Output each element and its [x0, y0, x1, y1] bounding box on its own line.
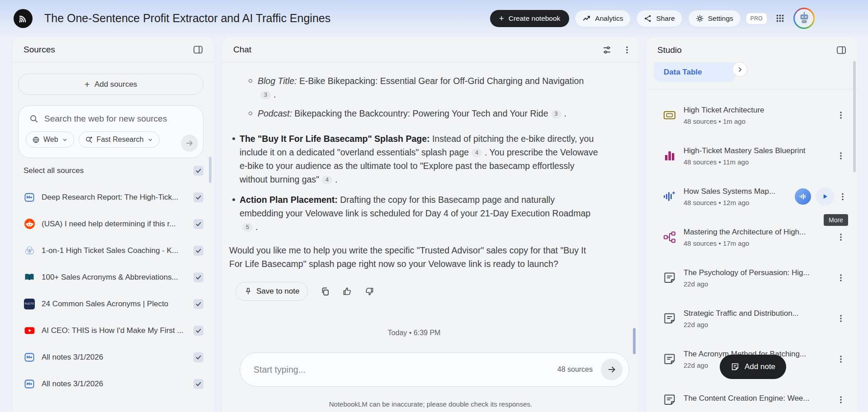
research-mode-chip[interactable]: Fast Research [79, 131, 160, 148]
avatar[interactable] [793, 8, 815, 29]
studio-row[interactable]: High Ticket Architecture48 sources • 1m … [646, 95, 857, 136]
studio-row[interactable]: Strategic Traffic and Distribution...22d… [646, 298, 857, 339]
add-sources-button[interactable]: + Add sources [18, 74, 203, 95]
copy-icon[interactable] [320, 286, 330, 296]
create-notebook-button[interactable]: + Create notebook [490, 10, 570, 27]
chat-bullet-list: The "Buy It For Life Basecamp" Splash Pa… [240, 132, 599, 234]
source-checkbox[interactable] [193, 272, 203, 282]
artifact-title: The Content Creation Engine: Wee... [684, 394, 826, 403]
apps-grid-icon[interactable] [776, 14, 784, 23]
studio-row[interactable]: The Content Creation Engine: Wee... [646, 379, 857, 412]
settings-button[interactable]: Settings [688, 10, 741, 27]
sources-panel-title: Sources [24, 45, 55, 55]
row-hover-actions [795, 187, 846, 206]
row-menu-icon[interactable] [837, 313, 844, 324]
source-checkbox[interactable] [193, 192, 203, 202]
citation-badge[interactable]: 4 [472, 149, 482, 157]
thumbs-up-icon[interactable] [342, 286, 352, 296]
more-tooltip: More [824, 214, 848, 226]
source-checkbox[interactable] [193, 352, 203, 362]
sources-scrollbar[interactable] [209, 157, 212, 183]
source-row[interactable]: All notes 3/1/2026 [13, 344, 214, 370]
add-note-button[interactable]: Add note [720, 355, 786, 379]
web-filter-chip[interactable]: Web [26, 131, 74, 148]
source-checkbox[interactable] [193, 299, 203, 309]
chat-bullet: The "Buy It For Life Basecamp" Splash Pa… [240, 132, 599, 186]
search-input[interactable]: Search the web for new sources [26, 112, 198, 125]
flashcards-icon [663, 108, 676, 122]
source-row[interactable]: PLECTO 24 Common Sales Acronyms | Plecto [13, 290, 214, 317]
artifact-meta: 48 sources • 17m ago [684, 239, 826, 247]
thumbs-down-icon[interactable] [364, 286, 374, 296]
citation-badge[interactable]: 4 [322, 176, 332, 184]
chevron-down-icon [147, 137, 153, 143]
source-row[interactable]: (USA) I need help determining if this r.… [13, 211, 214, 237]
source-row[interactable]: 100+ Sales Acronyms & Abbreviations... [13, 264, 214, 290]
row-menu-icon[interactable] [837, 150, 844, 162]
artifact-title: Strategic Traffic and Distribution... [684, 309, 826, 318]
chat-scrollbar[interactable] [633, 328, 636, 354]
source-row[interactable]: Deep Research Report: The High-Tick... [13, 184, 214, 211]
studio-row-hovered[interactable]: How Sales Systems Map...48 sources • 12m… [646, 176, 857, 217]
citation-badge[interactable]: 3 [551, 110, 561, 118]
chat-sub-bullet: Blog Title: E-Bike Bikepacking: Essentia… [258, 74, 599, 101]
select-all-sources-row: Select all sources [24, 165, 203, 177]
row-menu-icon[interactable] [837, 272, 844, 284]
search-submit-button[interactable] [181, 135, 198, 152]
collapse-panel-icon[interactable] [835, 44, 848, 56]
artifact-title: The Psychology of Persuasion: Hig... [684, 268, 826, 277]
send-button[interactable] [601, 359, 623, 380]
share-icon [644, 14, 652, 23]
source-row[interactable]: AI CEO: THIS is How I'd Make My First ..… [13, 317, 214, 344]
source-checkbox[interactable] [193, 379, 203, 389]
more-vertical-icon[interactable] [624, 44, 630, 56]
play-button[interactable] [816, 187, 834, 206]
citation-badge[interactable]: 5 [242, 223, 253, 232]
interactive-audio-icon[interactable] [795, 188, 811, 205]
share-button[interactable]: Share [636, 10, 682, 27]
citation-badge[interactable]: 3 [260, 91, 271, 99]
collapse-panel-icon[interactable] [191, 43, 205, 56]
source-checkbox[interactable] [193, 246, 203, 256]
carousel-next-button[interactable] [732, 62, 747, 77]
globe-icon [32, 136, 40, 144]
source-row[interactable]: All notes 3/1/2026 [13, 370, 214, 397]
chat-input[interactable]: Start typing... 48 sources [240, 352, 629, 387]
divider [646, 89, 857, 89]
audio-waveform-icon [663, 190, 676, 203]
gear-icon [696, 14, 704, 23]
studio-row[interactable]: High-Ticket Mastery Sales Blueprint48 so… [646, 136, 857, 176]
source-checkbox[interactable] [193, 219, 203, 229]
note-icon [663, 312, 676, 325]
chat-bullet: Action Plan Placement: Drafting the copy… [240, 193, 599, 234]
chat-closing-question: Would you like me to help you write the … [229, 243, 599, 271]
notebook-title[interactable]: The One-Sentence Profit Extractor and AI… [44, 12, 330, 25]
venn-circles-icon [24, 245, 35, 257]
pin-icon [244, 287, 252, 295]
row-menu-icon[interactable] [839, 191, 846, 202]
row-menu-icon[interactable] [837, 110, 844, 121]
artifact-title: Mastering the Architecture of High... [684, 228, 826, 237]
studio-panel: Studio Data Table High Ticket Architectu… [646, 37, 857, 412]
chevron-down-icon [62, 137, 68, 143]
select-all-checkbox[interactable] [193, 166, 203, 176]
save-to-note-button[interactable]: Save to note [236, 282, 308, 301]
studio-row[interactable]: The Psychology of Persuasion: Hig...22d … [646, 258, 857, 298]
row-menu-icon[interactable] [837, 354, 844, 365]
book-icon [24, 272, 35, 283]
studio-panel-header: Studio [646, 37, 857, 62]
studio-scrollbar[interactable] [853, 61, 856, 172]
tune-icon[interactable] [600, 43, 613, 56]
artifact-meta: 48 sources • 11m ago [684, 158, 826, 166]
source-row[interactable]: 1-on-1 High Ticket Sales Coaching - K... [13, 237, 214, 264]
analytics-button[interactable]: Analytics [575, 10, 631, 27]
row-menu-icon[interactable] [837, 394, 844, 406]
row-menu-icon[interactable] [837, 232, 844, 243]
sources-panel-header: Sources [13, 37, 214, 62]
data-table-chip[interactable]: Data Table [654, 62, 736, 82]
youtube-icon [24, 325, 35, 337]
source-checkbox[interactable] [193, 326, 203, 336]
notebooklm-note-icon [24, 351, 35, 363]
notebooklm-logo-icon[interactable] [14, 9, 33, 28]
note-add-icon [731, 362, 740, 371]
